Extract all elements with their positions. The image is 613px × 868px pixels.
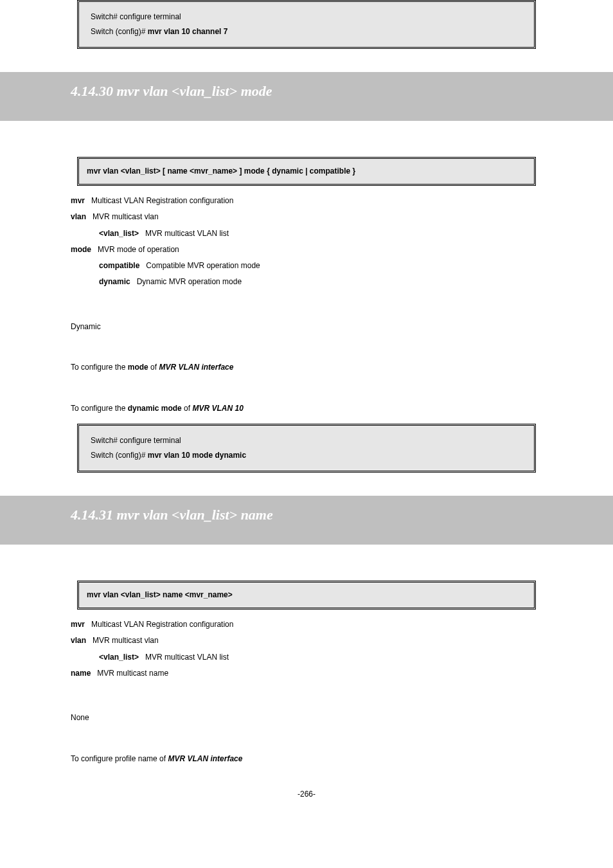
syntax-box: mvr vlan <vlan_list> [ name <mvr_name> ]…	[77, 157, 536, 186]
section-banner: 4.14.31 mvr vlan <vlan_list> name	[0, 496, 613, 544]
parameter-list: mvr Multicast VLAN Registration configur…	[71, 195, 542, 288]
param-term: compatible	[99, 260, 146, 272]
default-value: None	[71, 712, 542, 724]
param-desc: MVR multicast vlan	[93, 635, 159, 647]
param-term: mvr	[71, 619, 91, 631]
param-desc: MVR multicast vlan	[93, 211, 159, 223]
param-row: <vlan_list> MVR multicast VLAN list	[71, 228, 542, 240]
param-desc: Multicast VLAN Registration configuratio…	[91, 619, 233, 631]
code-line: Switch# configure terminal	[91, 435, 522, 447]
default-value: Dynamic	[71, 321, 542, 333]
usage-label: Usage Guide	[71, 734, 542, 748]
param-term: mode	[71, 244, 98, 256]
param-row: dynamic Dynamic MVR operation mode	[71, 276, 542, 288]
param-desc: MVR multicast VLAN list	[145, 228, 229, 240]
param-desc: MVR multicast name	[97, 667, 168, 680]
param-row: mvr Multicast VLAN Registration configur…	[71, 619, 542, 631]
syntax-box: mvr vlan <vlan_list> name <mvr_name>	[77, 581, 536, 610]
param-row: <vlan_list> MVR multicast VLAN list	[71, 651, 542, 664]
param-term: <vlan_list>	[99, 228, 145, 240]
usage-line: To configure profile name of MVR VLAN in…	[71, 753, 542, 765]
param-term: name	[71, 667, 97, 680]
section-banner: 4.14.30 mvr vlan <vlan_list> mode	[0, 72, 613, 120]
param-row: mode MVR mode of operation	[71, 244, 542, 256]
default-label: Default	[71, 302, 542, 316]
default-label: Default	[71, 694, 542, 708]
usage-label: Usage Guide	[71, 343, 542, 357]
param-desc: MVR mode of operation	[98, 244, 179, 256]
page-number: -266-	[0, 788, 613, 800]
code-line: Switch# configure terminal	[91, 11, 522, 23]
param-term: vlan	[71, 635, 93, 647]
usage-line: To configure the mode of MVR VLAN interf…	[71, 361, 542, 374]
param-row: compatible Compatible MVR operation mode	[71, 260, 542, 272]
syntax-label: Syntax	[71, 139, 542, 153]
syntax-label: Syntax	[71, 563, 542, 577]
example-line: To configure the dynamic mode of MVR VLA…	[71, 402, 542, 415]
parameter-list: mvr Multicast VLAN Registration configur…	[71, 619, 542, 680]
param-row: vlan MVR multicast vlan	[71, 635, 542, 647]
param-desc: Compatible MVR operation mode	[146, 260, 260, 272]
param-term: vlan	[71, 211, 93, 223]
param-term: dynamic	[99, 276, 137, 288]
param-desc: Multicast VLAN Registration configuratio…	[91, 195, 233, 207]
param-row: vlan MVR multicast vlan	[71, 211, 542, 223]
param-term: <vlan_list>	[99, 651, 145, 664]
code-line: Switch (config)# mvr vlan 10 channel 7	[91, 26, 522, 38]
param-term: mvr	[71, 195, 91, 207]
example-label: Example	[71, 384, 542, 398]
param-desc: Dynamic MVR operation mode	[137, 276, 242, 288]
param-desc: MVR multicast VLAN list	[145, 651, 229, 664]
param-row: name MVR multicast name	[71, 667, 542, 680]
code-block: Switch# configure terminal Switch (confi…	[77, 424, 536, 473]
code-line: Switch (config)# mvr vlan 10 mode dynami…	[91, 449, 522, 462]
code-block-top: Switch# configure terminal Switch (confi…	[77, 0, 536, 49]
param-row: mvr Multicast VLAN Registration configur…	[71, 195, 542, 207]
